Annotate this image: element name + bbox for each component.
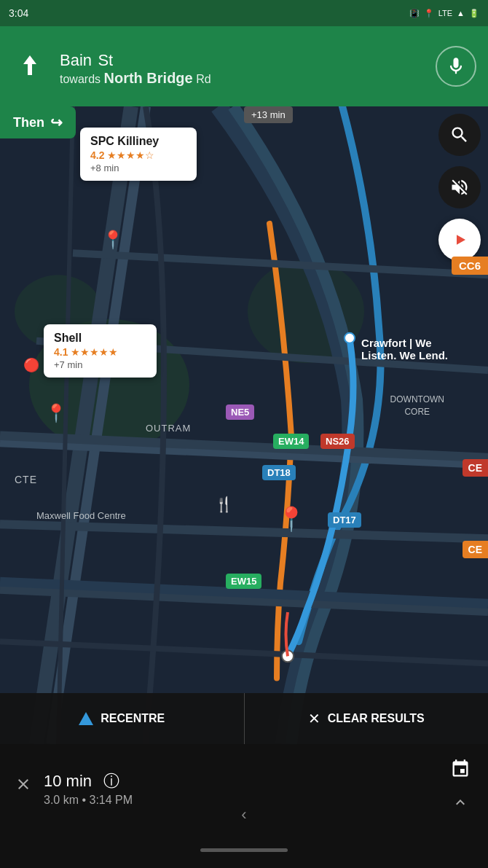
destination-pin: 📍 xyxy=(277,505,306,533)
ce-label2: CE xyxy=(468,544,482,555)
lte-label: LTE xyxy=(438,9,452,17)
time-badge: +13 min xyxy=(244,106,293,123)
up-arrow-icon xyxy=(17,53,43,79)
ce-label: CE xyxy=(468,462,482,474)
location-icon: 📍 xyxy=(424,9,434,18)
nav-header: Bain St towards North Bridge Rd xyxy=(0,26,488,106)
direction-arrow xyxy=(12,48,48,85)
food-pin[interactable]: 🍴 xyxy=(215,496,233,513)
mic-button[interactable] xyxy=(436,46,476,87)
shell-rating: 4.1 ★★★★★ xyxy=(54,346,146,358)
dt17-badge: DT17 xyxy=(328,512,361,528)
recentre-label: RECENTRE xyxy=(101,712,165,725)
search-icon xyxy=(449,125,470,145)
crawfort-text: Crawfort | WeListen. We Lend. xyxy=(361,337,448,361)
search-button[interactable] xyxy=(438,114,481,156)
route-alt-button[interactable] xyxy=(447,756,473,782)
info-icon: ⓘ xyxy=(103,772,119,790)
clear-results-button[interactable]: ✕ CLEAR RESULTS xyxy=(245,693,489,744)
shell-stars: ★★★★★ xyxy=(71,346,118,358)
then-arrow-icon: ↪ xyxy=(50,114,63,131)
close-icon xyxy=(15,775,32,793)
route-icon xyxy=(450,759,471,779)
shell-pin-2[interactable]: 🔴 xyxy=(23,357,39,373)
play-icon xyxy=(448,228,471,251)
mic-icon xyxy=(446,56,466,77)
nav-towards: towards North Bridge Rd xyxy=(60,70,436,87)
then-label: Then xyxy=(13,115,44,130)
spc-name: SPC Killiney xyxy=(90,135,186,148)
bottom-panel: 10 min ⓘ 3.0 km • 3:14 PM ‹ xyxy=(0,744,488,868)
spc-pin[interactable]: 📍 xyxy=(102,230,124,250)
map-svg xyxy=(0,106,488,744)
cte-label2: CTE xyxy=(15,474,37,485)
mute-button[interactable] xyxy=(438,166,481,208)
home-bar xyxy=(200,848,288,852)
recentre-button[interactable]: RECENTRE xyxy=(0,693,245,744)
ne5-badge: NE5 xyxy=(226,404,254,420)
status-icons: 📳 📍 LTE ▲ 🔋 xyxy=(409,9,479,18)
spc-stars: ★★★★☆ xyxy=(107,149,154,161)
ce-badge-right2: CE xyxy=(463,541,488,558)
mute-icon xyxy=(449,177,470,198)
cc6-badge: CC6 xyxy=(452,257,488,275)
spc-poi-card[interactable]: SPC Killiney 4.2 ★★★★☆ +8 min xyxy=(80,128,197,181)
ew15-badge: EW15 xyxy=(226,574,261,589)
clear-label: CLEAR RESULTS xyxy=(328,712,425,725)
spc-time: +8 min xyxy=(90,163,186,173)
maxwell-label: Maxwell Food Centre xyxy=(36,510,126,521)
downtown-label: DOWNTOWNCORE xyxy=(390,394,444,418)
street-type: St xyxy=(98,51,113,69)
street-name: Bain St xyxy=(60,46,436,70)
status-bar: 3:04 📳 📍 LTE ▲ 🔋 xyxy=(0,0,488,26)
outram-label: OUTRAM xyxy=(146,423,191,434)
chevron-up-icon xyxy=(452,794,469,811)
expand-button[interactable] xyxy=(447,789,473,816)
clear-x-icon: ✕ xyxy=(308,710,320,727)
dt18-badge: DT18 xyxy=(262,465,296,480)
play-button[interactable] xyxy=(438,219,481,261)
recentre-icon xyxy=(79,712,93,725)
trip-duration: 10 min ⓘ xyxy=(44,765,447,791)
spc-rating: 4.2 ★★★★☆ xyxy=(90,149,186,161)
shell-name: Shell xyxy=(54,332,146,345)
battery-icon: 🔋 xyxy=(469,9,479,18)
nav-text: Bain St towards North Bridge Rd xyxy=(60,46,436,87)
svg-point-4 xyxy=(345,333,355,343)
map-area[interactable] xyxy=(0,106,488,744)
shell-poi-card[interactable]: Shell 4.1 ★★★★★ +7 min xyxy=(44,324,157,378)
vibrate-icon: 📳 xyxy=(409,9,420,18)
ce-badge-right: CE xyxy=(463,459,488,477)
back-button[interactable]: ‹ xyxy=(241,805,246,824)
ns26-badge: NS26 xyxy=(320,434,355,449)
trip-info: 10 min ⓘ 3.0 km • 3:14 PM xyxy=(44,765,447,807)
shell-pin[interactable]: 📍 xyxy=(45,403,67,423)
crawfort-ad[interactable]: Crawfort | WeListen. We Lend. xyxy=(361,337,448,361)
route-options xyxy=(447,756,473,816)
time-display: 3:04 xyxy=(9,7,28,19)
action-bar: RECENTRE ✕ CLEAR RESULTS xyxy=(0,693,488,744)
close-button[interactable] xyxy=(15,775,32,796)
then-button[interactable]: Then ↪ xyxy=(0,106,76,138)
ew14-badge: EW14 xyxy=(273,434,309,449)
shell-time: +7 min xyxy=(54,359,146,370)
signal-icon: ▲ xyxy=(457,9,465,17)
